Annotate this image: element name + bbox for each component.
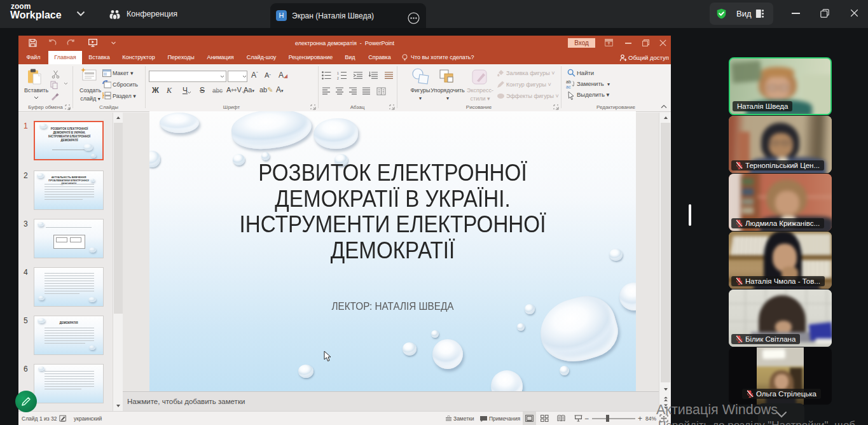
svg-text:ab: ab [566,80,571,84]
svg-text:ac: ac [566,85,571,88]
svg-text:2: 2 [337,76,339,80]
svg-text:1: 1 [337,71,339,75]
